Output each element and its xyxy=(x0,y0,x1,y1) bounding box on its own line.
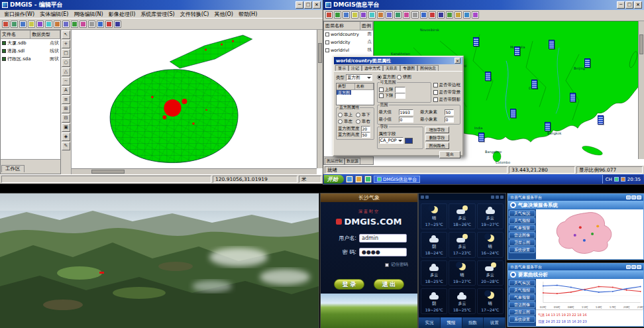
nav-tab[interactable]: 实况 xyxy=(419,317,441,328)
type-dropdown[interactable]: 直方图 xyxy=(346,74,372,81)
toolbar-icon[interactable] xyxy=(2,21,9,28)
taskbar-task-button[interactable]: DMGIS信息平台 xyxy=(374,176,420,183)
sidebar-button[interactable]: 气象预警 xyxy=(509,294,535,301)
edit-tool-icon[interactable]: ↖ xyxy=(62,30,70,39)
shadow-checkbox[interactable]: 是否带阴影 xyxy=(433,97,461,103)
username-input[interactable] xyxy=(359,234,407,243)
bar-height-input[interactable]: 50 xyxy=(361,132,370,138)
color-swatch[interactable] xyxy=(405,138,413,144)
layer-row[interactable]: worldcity 点 xyxy=(324,38,373,46)
column-legend[interactable]: 图例 xyxy=(360,22,373,30)
edit-tool-icon[interactable]: ✎ xyxy=(62,142,70,150)
menu-item[interactable]: 系统库管理(S) xyxy=(138,11,177,18)
menu-item[interactable]: 窗口操作(W) xyxy=(1,11,37,18)
quick-launch-icon[interactable] xyxy=(364,176,372,183)
tray-icon[interactable] xyxy=(614,177,619,182)
toolbar-icon[interactable] xyxy=(114,21,121,28)
dialog-tab[interactable]: 注记 xyxy=(349,65,362,71)
menu-item[interactable]: 影像处理(I) xyxy=(106,11,138,18)
border-checkbox[interactable]: 是否带边框 xyxy=(433,82,461,88)
histogram-symbol[interactable] xyxy=(478,133,484,142)
toolbar-icon[interactable] xyxy=(420,11,427,19)
toolbar-icon[interactable] xyxy=(455,11,462,19)
toolbar-icon[interactable] xyxy=(437,11,445,19)
edit-tool-icon[interactable]: □ xyxy=(62,49,70,58)
dialog-tab[interactable]: 选中方式 xyxy=(362,65,383,71)
close-button[interactable] xyxy=(637,265,641,269)
toolbar-icon[interactable] xyxy=(351,11,358,19)
toolbar-icon[interactable] xyxy=(446,11,453,19)
chart-view[interactable]: 02时05时08时11时14时17时20时23时 气温 14 13 15 19 … xyxy=(536,279,643,326)
position-radio[interactable]: 靠右 xyxy=(356,119,372,125)
title-bar[interactable]: 市县气象服务平台 xyxy=(508,194,643,201)
weather-tile[interactable]: 晴 17~24℃ xyxy=(477,288,504,314)
edit-tool-icon[interactable]: + xyxy=(62,40,70,48)
toolbar-icon[interactable] xyxy=(472,11,479,19)
sidebar-button[interactable]: 天气实况 xyxy=(509,210,535,217)
histogram-symbol[interactable] xyxy=(473,37,479,46)
toolbar-icon[interactable] xyxy=(19,21,27,28)
toolbar-icon[interactable] xyxy=(54,21,61,28)
edit-tool-icon[interactable]: ~ xyxy=(62,77,70,85)
menu-item[interactable]: 文件转换(C) xyxy=(178,11,212,18)
column-filename[interactable]: 文件名 xyxy=(1,30,30,38)
lower-limit-checkbox[interactable]: 下限 xyxy=(379,93,394,99)
position-radio[interactable]: 靠下 xyxy=(356,112,372,118)
title-bar[interactable]: DMGIS信息平台 ─ □ × xyxy=(323,0,644,10)
toolbar-icon[interactable] xyxy=(463,11,470,19)
toolbar-icon[interactable] xyxy=(386,11,393,19)
password-input[interactable] xyxy=(359,248,407,256)
histogram-symbol[interactable] xyxy=(514,46,520,56)
toolbar-icon[interactable] xyxy=(394,11,402,19)
layer-visibility-checkbox[interactable] xyxy=(325,32,329,36)
toolbar-icon[interactable] xyxy=(80,21,87,28)
weather-tile[interactable]: 阴 18~24℃ xyxy=(421,232,447,258)
toolbar-icon[interactable] xyxy=(368,11,376,19)
weather-tile[interactable]: 阴 19~26℃ xyxy=(421,288,447,314)
sidebar-button[interactable]: 天气预报 xyxy=(509,287,535,294)
toolbar-icon[interactable] xyxy=(97,21,104,28)
toolbar-icon[interactable] xyxy=(429,11,436,19)
minimize-button[interactable]: ─ xyxy=(295,1,303,9)
max-value-input[interactable]: 1993 xyxy=(399,109,413,115)
position-radio[interactable]: 靠上 xyxy=(338,112,354,118)
layer-row[interactable]: worldcountry 面 xyxy=(324,30,373,38)
layer-row[interactable]: worldrivl 线 xyxy=(324,46,373,54)
dialog-tab[interactable]: 显示 xyxy=(335,65,349,71)
toolbar-icon[interactable] xyxy=(343,11,350,19)
delete-field-button[interactable]: 删除字段 xyxy=(425,135,449,141)
position-radio[interactable]: 靠左 xyxy=(338,119,354,125)
sidebar-button[interactable]: 雷达图像 xyxy=(509,301,535,308)
upper-limit-checkbox[interactable]: 上限 xyxy=(379,87,394,93)
close-button[interactable]: × xyxy=(313,1,321,9)
toolbar-icon[interactable] xyxy=(377,11,384,19)
nav-tab[interactable]: 预报 xyxy=(441,317,462,328)
horizontal-scrollbar[interactable] xyxy=(72,168,317,174)
column-datatype[interactable]: 数据类型 xyxy=(30,30,60,38)
language-indicator[interactable]: CH xyxy=(606,177,612,182)
toolbar-icon[interactable] xyxy=(11,21,18,28)
weather-tile[interactable]: 多云 17~23℃ xyxy=(449,232,475,258)
clock[interactable]: 20:35 xyxy=(627,177,641,182)
weather-tile[interactable]: 多云 19~27℃ xyxy=(477,203,504,229)
histogram-symbol[interactable] xyxy=(531,80,537,89)
maximize-button[interactable] xyxy=(631,195,636,199)
exit-button[interactable]: 退出 xyxy=(439,151,460,158)
column-layer-name[interactable]: 图层名称 xyxy=(324,22,360,30)
toolbar-icon[interactable] xyxy=(28,21,35,28)
sidebar-button[interactable]: 天气预报 xyxy=(509,217,535,224)
edit-tool-icon[interactable]: ◈ xyxy=(62,133,70,141)
pie-radio[interactable]: 饼图 xyxy=(397,74,411,80)
minimize-button[interactable]: ─ xyxy=(617,1,625,9)
attribute-field-dropdown[interactable]: CA_POP xyxy=(379,137,403,144)
sidebar-button[interactable]: 气象预警 xyxy=(509,225,535,231)
edit-tool-icon[interactable]: ≡ xyxy=(62,95,70,104)
toolbar-icon[interactable] xyxy=(36,21,44,28)
dialog-title-bar[interactable]: world/country图层属性 × xyxy=(334,57,462,64)
layer-row[interactable]: 行政区.sda 面状 xyxy=(1,55,60,63)
close-button[interactable] xyxy=(637,195,641,199)
edit-tool-icon[interactable]: ▣ xyxy=(62,123,70,132)
weather-tile[interactable]: 多云 18~26℃ xyxy=(449,203,475,229)
title-bar[interactable]: DMGIS - 编辑平台 ─ □ × xyxy=(0,0,323,10)
weather-tile[interactable]: 晴 19~27℃ xyxy=(449,260,475,286)
